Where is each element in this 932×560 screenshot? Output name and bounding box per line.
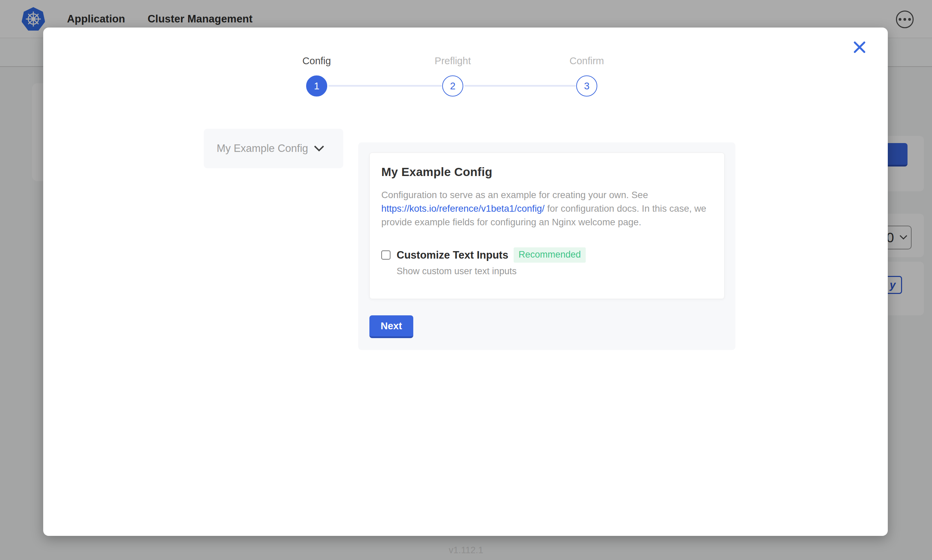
checkbox-label[interactable]: Customize Text Inputs xyxy=(397,249,508,261)
config-wizard-modal: Config Preflight Confirm 1 2 3 My Exampl… xyxy=(43,28,888,536)
next-button[interactable]: Next xyxy=(369,315,413,338)
recommended-badge: Recommended xyxy=(514,248,585,263)
step-label-config: Config xyxy=(265,55,368,66)
config-group-description: Configuration to serve as an example for… xyxy=(381,188,714,229)
step-connector xyxy=(328,85,442,87)
step-connector xyxy=(464,85,576,87)
checkbox-row: Customize Text Inputs Recommended xyxy=(381,248,713,263)
chevron-down-icon xyxy=(313,145,324,152)
customize-text-inputs-checkbox[interactable] xyxy=(381,251,390,260)
config-group-card: My Example Config Configuration to serve… xyxy=(369,152,725,299)
description-text: Configuration to serve as an example for… xyxy=(381,189,648,200)
config-panel: My Example Config Configuration to serve… xyxy=(358,142,735,350)
close-icon[interactable] xyxy=(852,40,867,55)
step-circle-3[interactable]: 3 xyxy=(576,75,597,97)
step-circle-1[interactable]: 1 xyxy=(306,75,327,97)
config-group-title: My Example Config xyxy=(381,165,713,179)
config-group-dropdown[interactable]: My Example Config xyxy=(204,129,343,168)
checkbox-help-text: Show custom user text inputs xyxy=(397,266,713,277)
config-docs-link[interactable]: https://kots.io/reference/v1beta1/config… xyxy=(381,203,545,214)
step-circle-2[interactable]: 2 xyxy=(442,75,463,97)
step-label-preflight: Preflight xyxy=(402,55,504,66)
step-label-confirm: Confirm xyxy=(536,55,638,66)
config-group-dropdown-label: My Example Config xyxy=(217,142,308,155)
